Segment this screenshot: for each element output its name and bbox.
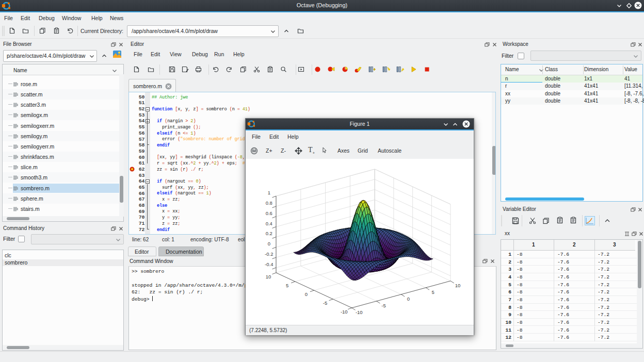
svg-text:1: 1 — [268, 190, 270, 195]
svg-text:10: 10 — [455, 283, 461, 288]
svg-text:10: 10 — [266, 274, 271, 279]
svg-text:5: 5 — [432, 289, 434, 295]
svg-text:-5: -5 — [381, 303, 385, 308]
svg-text:-0.4: -0.4 — [265, 261, 273, 267]
svg-text:0: 0 — [268, 241, 270, 246]
svg-text:0.6: 0.6 — [266, 210, 272, 216]
svg-text:0.8: 0.8 — [266, 200, 272, 206]
svg-text:0.4: 0.4 — [266, 221, 272, 226]
svg-text:-10: -10 — [341, 309, 348, 315]
svg-text:0: 0 — [305, 291, 308, 297]
svg-text:-0.2: -0.2 — [265, 251, 273, 257]
svg-text:0: 0 — [407, 296, 410, 302]
svg-text:-5: -5 — [323, 300, 327, 306]
svg-text:5: 5 — [286, 283, 288, 288]
svg-text:-10: -10 — [356, 309, 363, 315]
svg-text:0.2: 0.2 — [266, 231, 272, 236]
